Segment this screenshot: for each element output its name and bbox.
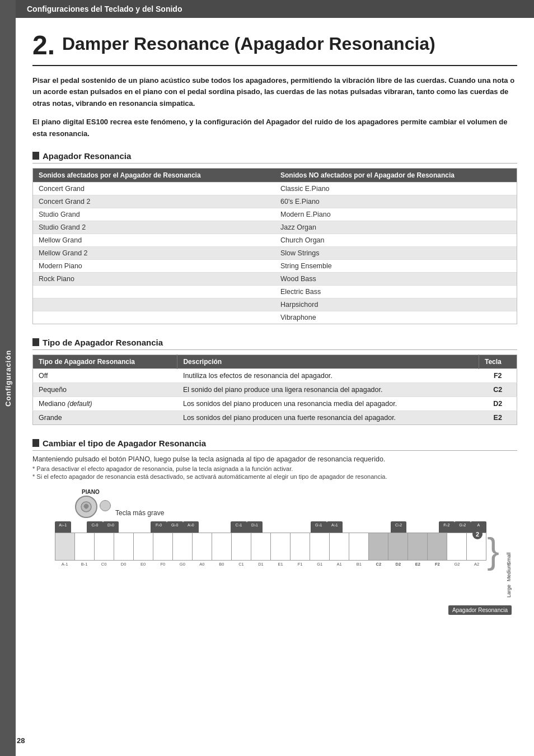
chapter-title: 2. Damper Resonance (Apagador Resonancia…: [32, 29, 517, 66]
key-cell: F2: [479, 368, 517, 382]
top-key-cell: [119, 521, 135, 533]
key-cell: E2: [479, 410, 517, 424]
desc-cell: El sonido del piano produce una ligera r…: [177, 382, 479, 396]
key-label: B1: [349, 562, 369, 567]
top-key-cell: G♭0: [167, 521, 183, 533]
top-key-cell: [71, 521, 87, 533]
col-type: Tipo de Apagador Resonancia: [33, 354, 177, 368]
key-label: A-1: [55, 562, 74, 567]
top-key-cell: [294, 521, 311, 533]
white-key: [232, 533, 251, 560]
change-text: Manteniendo pulsado el botón PIANO, lueg…: [32, 455, 517, 463]
top-key-cell: A♭0: [183, 521, 199, 533]
list-item: Studio Grand: [33, 208, 275, 221]
piano-label: PIANO: [82, 489, 100, 495]
section3-heading: Cambiar el tipo de Apagador Resonancia: [32, 438, 517, 451]
top-key-row: A♭-1 C♭0 D♭0 F♭0 G♭0 A♭0 C♭1 D♭1: [55, 521, 486, 533]
top-key-cell: [374, 521, 391, 533]
top-key-cell: D♭0: [103, 521, 119, 533]
key-label: F0: [153, 562, 172, 567]
top-key-cell: [359, 521, 375, 533]
top-key-cell: [423, 521, 439, 533]
key-label: E1: [271, 562, 291, 567]
key-label: E0: [133, 562, 153, 567]
label-large: Large: [506, 582, 512, 598]
key-label: D1: [251, 562, 270, 567]
table-row: Off Inutiliza los efectos de resonancia …: [33, 368, 517, 382]
col-key: Tecla: [479, 354, 517, 368]
intro-para1: Pisar el pedal sostenido de un piano acú…: [32, 75, 517, 110]
list-item: 60's E.Piano: [275, 195, 517, 208]
type-cell: Pequeño: [33, 382, 177, 396]
top-key-cell: D♭1: [247, 521, 263, 533]
key-label: E2: [408, 562, 428, 567]
white-key: [153, 533, 173, 560]
white-key: [330, 533, 349, 560]
list-item: Concert Grand: [33, 182, 275, 195]
top-key-cell: [199, 521, 215, 533]
piano-diagram: PIANO Tecla más grave A♭-1 C♭0: [32, 488, 517, 622]
white-key: [114, 533, 134, 560]
top-key-cell: G♭1: [311, 521, 327, 533]
white-key: [212, 533, 232, 560]
list-item: Concert Grand 2: [33, 195, 275, 208]
table-row: Pequeño El sonido del piano produce una …: [33, 382, 517, 396]
header-bar: Configuraciones del Teclado y del Sonido: [16, 0, 534, 18]
top-key-cell: C♭0: [87, 521, 103, 533]
number-badge: 2: [472, 529, 483, 539]
key-label: A1: [330, 562, 349, 567]
header-title: Configuraciones del Teclado y del Sonido: [27, 4, 182, 13]
col1-header: Sonidos afectados por el Apagador de Res…: [33, 169, 275, 182]
sidebar-label: Configuración: [4, 349, 12, 406]
key-label: G1: [310, 562, 330, 567]
chapter-number: 2.: [32, 30, 55, 60]
note1: * Para desactivar el efecto apagador de …: [32, 465, 517, 472]
white-key-highlight: [408, 533, 428, 560]
key-label: Tecla más grave: [115, 509, 164, 517]
white-key: [291, 533, 310, 560]
key-label: G2: [447, 562, 467, 567]
top-key-cell: C♭2: [391, 521, 407, 533]
connector-button: [100, 500, 111, 511]
key-label: D0: [114, 562, 133, 567]
list-item: Slow Strings: [275, 246, 517, 259]
key-label: B0: [212, 562, 231, 567]
list-item: Classic E.Piano: [275, 182, 517, 195]
top-key-cell: F♭0: [151, 521, 167, 533]
table-row: Mediano (default) Los sonidos del piano …: [33, 396, 517, 410]
key-label: A2: [467, 562, 486, 567]
white-key: [447, 533, 467, 560]
list-item: Studio Grand 2: [33, 221, 275, 234]
list-item: Vibraphone: [275, 311, 517, 324]
top-key-cell: [343, 521, 359, 533]
top-key-cell: [263, 521, 279, 533]
col2-header: Sonidos NO afectados por el Apagador de …: [275, 169, 517, 182]
note2: * Si el efecto apagador de resonancia es…: [32, 473, 517, 480]
list-item: String Ensemble: [275, 259, 517, 272]
white-key: [349, 533, 369, 560]
key-label: B-1: [74, 562, 94, 567]
piano-button[interactable]: [75, 496, 97, 518]
white-key: [75, 533, 95, 560]
list-item: Rock Piano: [33, 272, 275, 285]
key-label: F1: [291, 562, 310, 567]
top-key-cell: [215, 521, 231, 533]
white-key: [310, 533, 330, 560]
white-key: [134, 533, 153, 560]
key-label: G0: [172, 562, 192, 567]
top-key-cell: [135, 521, 151, 533]
keys-container: [55, 533, 486, 561]
white-key: [271, 533, 291, 560]
top-key-cell: G♭2: [455, 521, 471, 533]
list-item: Wood Bass: [275, 272, 517, 285]
white-key-highlight: [428, 533, 447, 560]
white-key: [251, 533, 271, 560]
top-key-cell: A♭1: [327, 521, 343, 533]
list-item: Modern Piano: [33, 259, 275, 272]
type-table: Tipo de Apagador Resonancia Descripción …: [32, 354, 517, 425]
top-key-cell: C♭1: [231, 521, 247, 533]
type-cell: Off: [33, 368, 177, 382]
white-key: [95, 533, 114, 560]
list-item: Jazz Organ: [275, 221, 517, 234]
top-key-cell: [406, 521, 423, 533]
